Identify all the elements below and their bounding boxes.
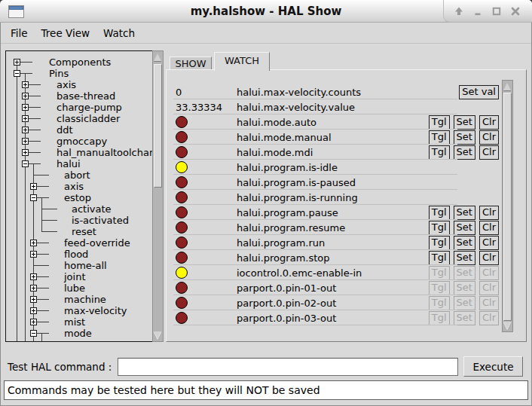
- expand-plus-icon[interactable]: [30, 296, 37, 303]
- tree-item-ddt[interactable]: ddt: [6, 124, 152, 136]
- set-button[interactable]: Set: [454, 251, 475, 265]
- tree-item-max-velocity[interactable]: max-velocity: [6, 305, 152, 316]
- scroll-down-icon[interactable]: [154, 331, 161, 339]
- tree-item-base-thread[interactable]: base-thread: [6, 90, 152, 102]
- tgl-button[interactable]: Tgl: [429, 251, 450, 265]
- expand-plus-icon[interactable]: [22, 115, 29, 122]
- clr-button[interactable]: Clr: [479, 236, 499, 250]
- tree-item-mist[interactable]: mist: [6, 316, 152, 328]
- tree-label[interactable]: is-activated: [72, 215, 129, 226]
- tree-label[interactable]: gmoccapy: [57, 136, 107, 147]
- tree-label[interactable]: mist: [64, 316, 85, 328]
- expand-plus-icon[interactable]: [22, 149, 29, 156]
- tree-label[interactable]: mode: [64, 328, 92, 339]
- watch-scrollbar[interactable]: [502, 80, 513, 332]
- tree-item-reset[interactable]: reset: [6, 226, 152, 237]
- tree-label[interactable]: ddt: [57, 124, 73, 136]
- set-val-button[interactable]: Set val: [459, 85, 499, 99]
- tree-label[interactable]: Pins: [49, 68, 69, 79]
- set-button[interactable]: Set: [454, 206, 475, 220]
- tree-label[interactable]: Components: [49, 56, 111, 68]
- execute-button[interactable]: Execute: [463, 356, 523, 377]
- tree-label[interactable]: estop: [64, 192, 91, 203]
- tree-item-feed-override[interactable]: feed-override: [6, 237, 152, 249]
- clr-button[interactable]: Clr: [479, 130, 499, 145]
- expand-plus-icon[interactable]: [30, 273, 37, 280]
- expand-plus-icon[interactable]: [22, 127, 29, 133]
- tree-scrollbar-thumb[interactable]: [154, 64, 162, 188]
- menu-item-tree-view[interactable]: Tree View: [35, 24, 96, 42]
- collapse-minus-icon[interactable]: [30, 330, 37, 337]
- tree-item-joint[interactable]: joint: [6, 271, 152, 282]
- tree-label[interactable]: reset: [72, 226, 96, 237]
- tree-item-axis[interactable]: axis: [6, 181, 152, 192]
- tree-item-Components[interactable]: Components: [6, 56, 152, 68]
- tree-item-machine[interactable]: machine: [6, 294, 152, 305]
- tgl-button[interactable]: Tgl: [429, 236, 450, 250]
- tree-label[interactable]: activate: [72, 203, 112, 215]
- tree-item-charge-pump[interactable]: charge-pump: [6, 102, 152, 113]
- tree-label[interactable]: halui: [57, 158, 81, 169]
- tree-label[interactable]: axis: [64, 181, 84, 192]
- scroll-down-icon[interactable]: [503, 322, 511, 329]
- clr-button[interactable]: Clr: [479, 115, 499, 130]
- scroll-up-icon[interactable]: [503, 83, 511, 90]
- tree-label[interactable]: home-all: [64, 260, 107, 271]
- set-button[interactable]: Set: [454, 130, 475, 145]
- collapse-minus-icon[interactable]: [14, 70, 20, 77]
- tree-label[interactable]: hal_manualtoolchan: [57, 147, 153, 158]
- tree-item-halui[interactable]: halui: [6, 158, 152, 169]
- expand-plus-icon[interactable]: [30, 183, 37, 190]
- clr-button[interactable]: Clr: [479, 206, 499, 220]
- tree-item-activate[interactable]: activate: [6, 203, 152, 215]
- hal-command-input[interactable]: [118, 358, 458, 376]
- expand-plus-icon[interactable]: [30, 319, 37, 325]
- close-button[interactable]: [509, 5, 521, 17]
- tgl-button[interactable]: Tgl: [429, 206, 450, 220]
- tree-label[interactable]: flood: [64, 249, 88, 260]
- set-button[interactable]: Set: [454, 221, 475, 235]
- maximize-button[interactable]: [491, 5, 503, 17]
- expand-plus-icon[interactable]: [30, 285, 37, 292]
- tgl-button[interactable]: Tgl: [429, 130, 450, 145]
- expand-plus-icon[interactable]: [14, 59, 20, 66]
- expand-plus-icon[interactable]: [30, 251, 37, 258]
- tree-label[interactable]: joint: [64, 271, 86, 282]
- collapse-minus-icon[interactable]: [22, 160, 29, 167]
- tgl-button[interactable]: Tgl: [429, 115, 450, 130]
- tree-scrollbar[interactable]: [152, 50, 164, 342]
- tree-label[interactable]: base-thread: [57, 90, 115, 102]
- menu-item-file[interactable]: File: [4, 24, 35, 42]
- tree-item-Pins[interactable]: Pins: [6, 68, 152, 79]
- clr-button[interactable]: Clr: [479, 251, 499, 265]
- tree-label[interactable]: lube: [64, 282, 85, 294]
- tree-item-gmoccapy[interactable]: gmoccapy: [6, 136, 152, 147]
- titlebar[interactable]: my.halshow - HAL Show: [0, 0, 532, 23]
- tree-item-classicladder[interactable]: classicladder: [6, 113, 152, 124]
- set-button[interactable]: Set: [454, 236, 475, 250]
- menu-item-watch[interactable]: Watch: [96, 24, 142, 42]
- tgl-button[interactable]: Tgl: [429, 145, 450, 160]
- tree-label[interactable]: feed-override: [64, 237, 130, 249]
- tree-item-hal_manualtoolchan[interactable]: hal_manualtoolchan: [6, 147, 152, 158]
- tree-label[interactable]: machine: [64, 294, 106, 305]
- expand-plus-icon[interactable]: [22, 93, 29, 99]
- tab-watch[interactable]: WATCH: [214, 52, 270, 71]
- tree-item-home-all[interactable]: home-all: [6, 260, 152, 271]
- tree-item-mode[interactable]: mode: [6, 328, 152, 339]
- tree-item-estop[interactable]: estop: [6, 192, 152, 203]
- expand-plus-icon[interactable]: [22, 104, 29, 111]
- tree-label[interactable]: charge-pump: [57, 102, 122, 113]
- expand-plus-icon[interactable]: [30, 307, 37, 314]
- tab-show[interactable]: SHOW: [170, 56, 212, 70]
- shade-button[interactable]: [453, 5, 465, 17]
- tree-item-is-activated[interactable]: is-activated: [6, 215, 152, 226]
- collapse-minus-icon[interactable]: [30, 194, 37, 201]
- clr-button[interactable]: Clr: [479, 221, 499, 235]
- tree-label[interactable]: classicladder: [57, 113, 120, 124]
- expand-plus-icon[interactable]: [22, 81, 29, 88]
- tgl-button[interactable]: Tgl: [429, 221, 450, 235]
- tree-item-axis[interactable]: axis: [6, 79, 152, 90]
- set-button[interactable]: Set: [454, 145, 475, 160]
- expand-plus-icon[interactable]: [30, 240, 37, 246]
